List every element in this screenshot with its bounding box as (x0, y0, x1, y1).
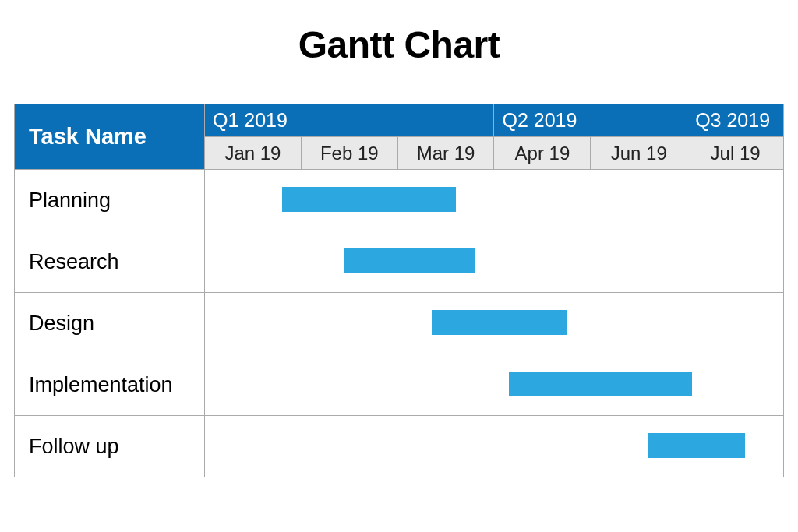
bar-lane (205, 354, 783, 415)
gantt-bar-design (432, 310, 567, 335)
task-name-cell: Design (15, 293, 205, 354)
table-row: Planning (15, 170, 784, 231)
month-header: Jun 19 (591, 137, 687, 170)
gantt-table: Task Name Q1 2019 Q2 2019 Q3 2019 Jan 19… (14, 104, 784, 477)
bar-lane (205, 170, 783, 231)
gantt-bar-planning (282, 187, 456, 212)
bar-lane (205, 293, 783, 354)
chart-title: Gantt Chart (14, 23, 784, 66)
table-row: Follow up (15, 416, 784, 477)
task-name-header: Task Name (15, 104, 205, 170)
table-row: Implementation (15, 354, 784, 416)
bar-lane (205, 231, 783, 292)
gantt-bar-followup (648, 433, 745, 458)
month-header: Mar 19 (397, 137, 494, 170)
task-name-cell: Research (15, 231, 205, 293)
month-header: Feb 19 (301, 137, 397, 170)
gantt-bar-research (344, 248, 475, 273)
task-name-cell: Planning (15, 170, 205, 231)
quarter-header-q1: Q1 2019 (205, 104, 494, 137)
table-row: Design (15, 293, 784, 354)
task-name-cell: Follow up (15, 416, 205, 477)
month-header: Apr 19 (494, 137, 591, 170)
bar-lane (205, 416, 783, 477)
task-name-cell: Implementation (15, 354, 205, 416)
table-row: Research (15, 231, 784, 293)
month-header: Jul 19 (687, 137, 784, 170)
quarter-header-q3: Q3 2019 (687, 104, 784, 137)
gantt-bar-implementation (509, 372, 692, 396)
quarter-header-q2: Q2 2019 (494, 104, 687, 137)
month-header: Jan 19 (205, 137, 302, 170)
